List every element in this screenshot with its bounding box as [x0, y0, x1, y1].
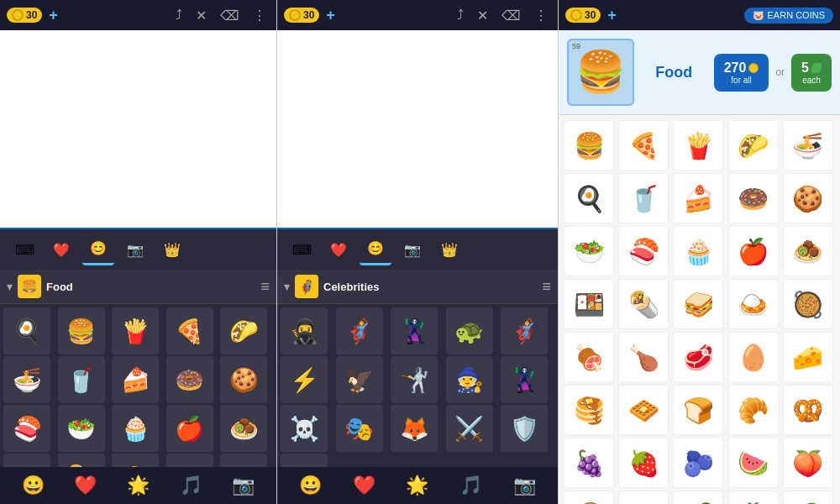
sticker-item[interactable]: 🌮 — [220, 307, 267, 354]
backspace-icon-mid[interactable]: ⌫ — [498, 6, 524, 25]
sticker-item[interactable]: 🥤 — [58, 356, 105, 403]
sticker-item[interactable]: 🦊 — [391, 405, 438, 452]
sticker-item[interactable]: 🍱 — [564, 279, 614, 329]
chevron-food[interactable]: ▾ — [7, 280, 13, 293]
share-icon-mid[interactable]: ⤴ — [454, 6, 467, 24]
sticker-item[interactable]: 🥘 — [783, 279, 833, 329]
sticker-item[interactable]: 🍪 — [220, 356, 267, 403]
emoji-icon-left[interactable]: 😊 — [82, 234, 114, 265]
buy-each-button[interactable]: 5 each — [791, 54, 832, 92]
coin-badge-mid[interactable]: 30 — [284, 8, 319, 23]
sticker-item[interactable]: 🧁 — [673, 226, 723, 276]
heart-icon-left[interactable]: ❤️ — [45, 234, 77, 265]
sticker-item[interactable]: 🥗 — [58, 405, 105, 452]
earn-coins-button[interactable]: 🐷 EARN COINS — [744, 8, 833, 24]
plus-button-right[interactable]: + — [607, 7, 617, 24]
sticker-item[interactable]: 🦸 — [501, 307, 548, 354]
sticker-item[interactable]: ⚡ — [281, 356, 328, 403]
sticker-item[interactable]: 🥤 — [618, 173, 669, 223]
sticker-item[interactable]: 🥚 — [728, 332, 779, 382]
sticker-item[interactable]: 🍕 — [618, 120, 669, 171]
sticker-item[interactable]: 🥐 — [728, 385, 779, 435]
sticker-item[interactable]: 🍉 — [728, 438, 779, 488]
add-sticker-button-mid[interactable]: + — [281, 454, 328, 467]
celebrities-section-menu[interactable]: ≡ — [542, 278, 551, 296]
sticker-item[interactable]: 🍎 — [728, 226, 779, 276]
sticker-item[interactable]: 🛡️ — [501, 405, 548, 452]
sticker-item[interactable]: 🐢 — [446, 307, 493, 354]
sticker-item[interactable]: 🥝 — [564, 491, 614, 504]
sticker-item[interactable]: 🍞 — [673, 385, 723, 435]
sticker-item[interactable]: 🍋 — [618, 491, 669, 504]
sticker-item[interactable]: 🦹 — [391, 307, 438, 354]
sticker-item[interactable]: 🦸 — [336, 307, 383, 354]
food-section-menu[interactable]: ≡ — [260, 278, 270, 296]
sticker-item[interactable]: 🍓 — [618, 438, 669, 488]
sticker-item[interactable]: 🧁 — [112, 405, 159, 452]
sticker-item[interactable]: 🍑 — [783, 438, 833, 488]
sticker-item[interactable]: 🥨 — [783, 385, 833, 435]
bottom-emoji-4[interactable]: 🎵 — [180, 475, 202, 496]
sticker-item[interactable]: 🧀 — [783, 332, 833, 382]
sticker-item[interactable]: ⚔️ — [446, 405, 493, 452]
sticker-item[interactable]: 🍰 — [673, 173, 723, 223]
sticker-item[interactable]: 🍛 — [166, 454, 213, 467]
sticker-item[interactable]: 🍪 — [783, 173, 833, 223]
sticker-item[interactable]: 🫐 — [673, 438, 723, 488]
sticker-item[interactable]: 🧙 — [446, 356, 493, 403]
share-icon-left[interactable]: ⤴ — [172, 6, 186, 24]
sticker-item[interactable]: ☠️ — [281, 405, 328, 452]
sticker-item[interactable]: 🥩 — [673, 332, 723, 382]
preview-sticker-box[interactable]: 59 🍔 — [567, 39, 634, 106]
sticker-item[interactable]: 🍟 — [673, 120, 723, 171]
plus-button-mid[interactable]: + — [326, 7, 335, 24]
sticker-item[interactable]: 🍔 — [564, 120, 614, 171]
sticker-item[interactable]: 🌯 — [618, 279, 669, 329]
sticker-item[interactable]: 🍱 — [3, 454, 50, 467]
sticker-item[interactable]: 🍖 — [564, 332, 614, 382]
sticker-item[interactable]: 🍳 — [564, 173, 614, 223]
sticker-item[interactable]: 🌯 — [58, 454, 105, 467]
sticker-item[interactable]: 🍣 — [618, 226, 669, 276]
sticker-item[interactable]: 🍊 — [673, 491, 723, 504]
menu-icon-left[interactable]: ⋮ — [249, 6, 270, 25]
backspace-icon-left[interactable]: ⌫ — [217, 6, 243, 25]
close-icon-mid[interactable]: ✕ — [474, 6, 491, 25]
camera-icon-mid[interactable]: 📷 — [396, 234, 428, 265]
sticker-item[interactable]: 🍗 — [618, 332, 669, 382]
sticker-item[interactable]: 🥭 — [783, 491, 833, 504]
sticker-item[interactable]: 🧇 — [618, 385, 669, 435]
coin-badge-left[interactable]: 30 — [7, 8, 42, 23]
sticker-item[interactable]: 🍎 — [166, 405, 213, 452]
menu-icon-mid[interactable]: ⋮ — [531, 6, 551, 25]
sticker-item[interactable]: 🥪 — [112, 454, 159, 467]
sticker-item[interactable]: 🌮 — [728, 120, 779, 171]
bottom-emoji-mid-1[interactable]: 😀 — [299, 475, 322, 496]
sticker-item[interactable]: 🧆 — [783, 226, 833, 276]
bottom-emoji-mid-4[interactable]: 🎵 — [459, 475, 482, 496]
sticker-item[interactable]: 🎭 — [336, 405, 383, 452]
sticker-item[interactable]: 🍩 — [728, 173, 779, 223]
sticker-item[interactable]: 🍜 — [3, 356, 50, 403]
sticker-item[interactable]: 🥷 — [281, 307, 328, 354]
sticker-item[interactable]: 🍟 — [112, 307, 159, 354]
bottom-emoji-1[interactable]: 😀 — [22, 475, 45, 496]
add-sticker-button-left[interactable]: + — [220, 454, 267, 467]
sticker-item[interactable]: 🍣 — [3, 405, 50, 452]
bottom-emoji-2[interactable]: ❤️ — [74, 475, 97, 496]
sticker-item[interactable]: 🍰 — [112, 356, 159, 403]
text-area-left[interactable] — [0, 30, 276, 229]
keyboard-icon-left[interactable]: ⌨ — [8, 234, 40, 265]
sticker-item[interactable]: 🦹 — [501, 356, 548, 403]
sticker-item[interactable]: 🍛 — [728, 279, 779, 329]
sticker-item[interactable]: 🥞 — [564, 385, 614, 435]
sticker-item[interactable]: 🥗 — [564, 226, 614, 276]
sticker-item[interactable]: 🍔 — [58, 307, 105, 354]
sticker-item[interactable]: 🍕 — [166, 307, 213, 354]
bottom-emoji-3[interactable]: 🌟 — [127, 475, 150, 496]
sticker-item[interactable]: 🥪 — [673, 279, 723, 329]
plus-button-left[interactable]: + — [49, 7, 58, 24]
sticker-item[interactable]: 🍩 — [166, 356, 213, 403]
sticker-item[interactable]: 🧆 — [220, 405, 267, 452]
heart-icon-mid[interactable]: ❤️ — [323, 234, 354, 265]
